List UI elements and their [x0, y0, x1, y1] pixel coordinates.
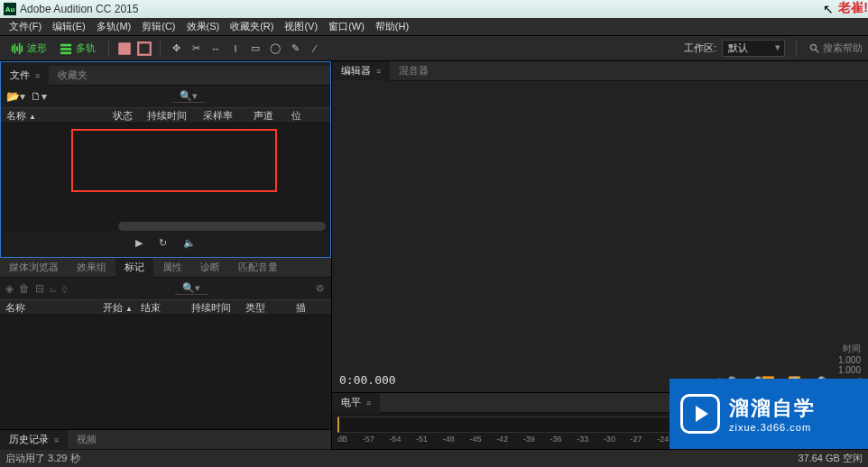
- app-icon: Au: [4, 3, 16, 15]
- tab-files[interactable]: 文件≡: [1, 66, 49, 86]
- spot-heal-icon[interactable]: ⁄: [307, 41, 323, 57]
- svg-rect-3: [19, 42, 21, 53]
- search-help[interactable]: 搜索帮助: [809, 41, 863, 55]
- merge-markers-icon[interactable]: ⊟: [35, 282, 44, 295]
- markers-column-headers: 名称 开始▲ 结束 持续时间 类型 描: [0, 299, 331, 316]
- brand-url: zixue.3d66.com: [729, 422, 816, 433]
- app-title: Adobe Audition CC 2015: [20, 3, 138, 15]
- tab-match-loudness[interactable]: 匹配音量: [229, 258, 287, 278]
- tab-markers[interactable]: 标记: [115, 258, 153, 278]
- tab-mixer[interactable]: 混音器: [390, 61, 438, 81]
- col-bitdepth[interactable]: 位: [291, 109, 309, 123]
- play-badge-icon: [680, 394, 720, 434]
- files-column-headers: 名称▲ 状态 持续时间 采样率 声道 位: [1, 107, 330, 124]
- col-samplerate[interactable]: 采样率: [203, 109, 254, 123]
- brush-icon[interactable]: ✎: [287, 41, 303, 57]
- svg-rect-2: [16, 46, 18, 50]
- svg-rect-6: [60, 48, 71, 50]
- open-file-icon[interactable]: 📂▾: [6, 90, 25, 103]
- main-toolbar: 波形 多轨 ✥ ✂ ↔ I ▭ ◯ ✎ ⁄ 工作区: 默认 搜索帮助: [0, 36, 868, 61]
- watermark-text: 老崔!: [838, 0, 868, 16]
- annotation-box: [71, 129, 277, 192]
- spectral-pitch-icon[interactable]: [136, 41, 152, 57]
- marquee-icon[interactable]: ▭: [247, 41, 263, 57]
- add-marker-icon[interactable]: ◈: [5, 282, 14, 295]
- svg-rect-9: [138, 42, 151, 55]
- markers-list-area[interactable]: [0, 316, 331, 429]
- move-tool-icon[interactable]: ✥: [168, 41, 184, 57]
- svg-line-11: [816, 49, 819, 52]
- markers-search-input[interactable]: 🔍▾: [175, 282, 208, 295]
- mcol-type[interactable]: 类型: [245, 301, 296, 315]
- tab-properties[interactable]: 属性: [153, 258, 191, 278]
- workspace-label: 工作区:: [684, 41, 716, 55]
- spectral-freq-icon[interactable]: [116, 41, 133, 57]
- tab-video[interactable]: 视频: [68, 430, 106, 450]
- menu-bar: 文件(F) 编辑(E) 多轨(M) 剪辑(C) 效果(S) 收藏夹(R) 视图(…: [0, 18, 868, 36]
- menu-favorites[interactable]: 收藏夹(R): [225, 20, 279, 33]
- mcol-end[interactable]: 结束: [141, 301, 191, 315]
- files-panel-tabs: 文件≡ 收藏夹: [1, 66, 330, 86]
- menu-view[interactable]: 视图(V): [279, 20, 323, 33]
- insert-markers-icon[interactable]: ⎀: [61, 282, 68, 295]
- svg-rect-1: [14, 43, 16, 53]
- multitrack-label: 多轨: [76, 41, 96, 55]
- mcol-name[interactable]: 名称: [5, 301, 103, 315]
- time-selection-icon[interactable]: I: [227, 41, 244, 57]
- panel-menu-icon[interactable]: ≡: [366, 398, 371, 407]
- workspace-dropdown[interactable]: 默认: [722, 40, 785, 57]
- files-hscrollbar[interactable]: [1, 221, 330, 232]
- mcol-duration[interactable]: 持续时间: [191, 301, 245, 315]
- svg-rect-0: [12, 45, 14, 51]
- separator: [160, 41, 161, 57]
- mcol-start[interactable]: 开始▲: [103, 301, 141, 315]
- panel-menu-icon[interactable]: ≡: [35, 71, 40, 80]
- col-channels[interactable]: 声道: [254, 109, 291, 123]
- multitrack-mode-button[interactable]: 多轨: [54, 40, 101, 57]
- files-list-area[interactable]: [1, 124, 330, 221]
- lasso-icon[interactable]: ◯: [267, 41, 283, 57]
- markers-settings-icon[interactable]: ⛭: [315, 282, 326, 295]
- editor-viewport[interactable]: 0:00.000 ■ ▶ ⏸ ⏮ ⏪ ⏩ ⏭ ● ↻ ⤼ 🔍 🔎 ⊡ 🔍 🔎 ⊕: [332, 81, 868, 392]
- panel-menu-icon[interactable]: ≡: [376, 67, 381, 76]
- tab-effects-rack[interactable]: 效果组: [68, 258, 115, 278]
- editor-panel-tabs: 编辑器≡ 混音器: [332, 61, 868, 81]
- brand-name: 溜溜自学: [729, 395, 816, 422]
- delete-marker-icon[interactable]: 🗑: [19, 282, 30, 295]
- menu-file[interactable]: 文件(F): [4, 20, 47, 33]
- waveform-mode-button[interactable]: 波形: [5, 40, 52, 57]
- mcol-desc[interactable]: 描: [296, 301, 314, 315]
- preview-play-icon[interactable]: ▶: [135, 237, 143, 249]
- preview-loop-icon[interactable]: ↻: [159, 237, 167, 249]
- tab-diagnostics[interactable]: 诊断: [191, 258, 229, 278]
- menu-edit[interactable]: 编辑(E): [47, 20, 91, 33]
- razor-tool-icon[interactable]: ✂: [188, 41, 204, 57]
- export-markers-icon[interactable]: ⎁: [50, 282, 56, 295]
- multitrack-icon: [60, 42, 72, 55]
- tab-media-browser[interactable]: 媒体浏览器: [0, 258, 68, 278]
- files-toolbar: 📂▾ 🗋▾ 🔍▾: [1, 86, 330, 107]
- svg-rect-4: [21, 45, 23, 51]
- search-icon: [809, 43, 820, 54]
- menu-help[interactable]: 帮助(H): [370, 20, 414, 33]
- slip-tool-icon[interactable]: ↔: [208, 41, 224, 57]
- panel-menu-icon[interactable]: ≡: [54, 435, 59, 444]
- col-duration[interactable]: 持续时间: [147, 109, 203, 123]
- menu-multitrack[interactable]: 多轨(M): [91, 20, 137, 33]
- svg-rect-7: [60, 51, 71, 54]
- tab-levels[interactable]: 电平≡: [332, 393, 380, 413]
- menu-effects[interactable]: 效果(S): [181, 20, 226, 33]
- tab-editor[interactable]: 编辑器≡: [332, 61, 390, 81]
- col-status[interactable]: 状态: [113, 109, 147, 123]
- new-file-icon[interactable]: 🗋▾: [31, 90, 47, 103]
- menu-window[interactable]: 窗口(W): [323, 20, 370, 33]
- history-panel: 历史记录≡ 视频: [0, 429, 331, 449]
- preview-autoplay-icon[interactable]: 🔈: [183, 237, 196, 249]
- tab-favorites[interactable]: 收藏夹: [49, 66, 97, 86]
- waveform-label: 波形: [27, 41, 47, 55]
- menu-clip[interactable]: 剪辑(C): [136, 20, 180, 33]
- tab-history[interactable]: 历史记录≡: [0, 430, 68, 450]
- search-help-label: 搜索帮助: [823, 41, 863, 55]
- col-name[interactable]: 名称▲: [6, 109, 113, 123]
- files-search-input[interactable]: 🔍▾: [172, 90, 205, 103]
